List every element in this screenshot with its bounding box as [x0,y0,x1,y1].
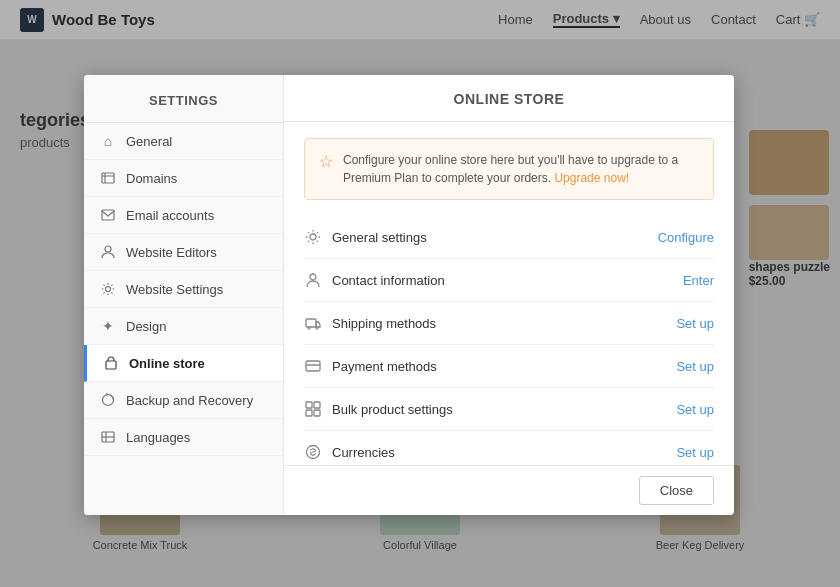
modal-footer: Close [284,465,734,515]
svg-rect-16 [306,361,320,371]
general-icon: ⌂ [100,133,116,149]
contact-icon [304,271,322,289]
sidebar-item-domains[interactable]: Domains [84,160,283,197]
svg-rect-21 [314,410,320,416]
design-icon: ✦ [100,318,116,334]
online-store-icon [103,355,119,371]
svg-point-5 [106,287,111,292]
settings-row-bulk: Bulk product settings Set up [304,388,714,431]
svg-rect-3 [102,210,114,220]
settings-row-left-payment: Payment methods [304,357,437,375]
modal-sidebar: SETTINGS ⌂ General Domains Emai [84,75,284,515]
bulk-action[interactable]: Set up [676,402,714,417]
svg-rect-20 [306,410,312,416]
settings-row-left-contact: Contact information [304,271,445,289]
currencies-icon [304,443,322,461]
website-settings-icon [100,281,116,297]
svg-rect-18 [306,402,312,408]
main-header: ONLINE STORE [284,75,734,122]
settings-row-left-currencies: Currencies [304,443,395,461]
svg-rect-0 [102,173,114,183]
settings-modal: SETTINGS ⌂ General Domains Emai [84,75,734,515]
bulk-label: Bulk product settings [332,402,453,417]
website-editors-icon [100,244,116,260]
star-icon: ☆ [319,152,333,171]
domains-icon [100,170,116,186]
upgrade-link[interactable]: Upgrade now! [554,171,629,185]
banner-text: Configure your online store here but you… [343,151,699,187]
svg-point-14 [308,327,311,330]
sidebar-item-backup[interactable]: Backup and Recovery [84,382,283,419]
close-button[interactable]: Close [639,476,714,505]
sidebar-item-general[interactable]: ⌂ General [84,123,283,160]
payment-icon [304,357,322,375]
svg-point-15 [316,327,319,330]
svg-point-12 [310,274,316,280]
sidebar-label-languages: Languages [126,430,190,445]
sidebar-label-design: Design [126,319,166,334]
sidebar-item-design[interactable]: ✦ Design [84,308,283,345]
svg-point-11 [310,234,316,240]
sidebar-label-domains: Domains [126,171,177,186]
sidebar-label-backup: Backup and Recovery [126,393,253,408]
settings-row-left-shipping: Shipping methods [304,314,436,332]
currencies-action[interactable]: Set up [676,445,714,460]
sidebar-label-online-store: Online store [129,356,205,371]
sidebar-item-email[interactable]: Email accounts [84,197,283,234]
sidebar-item-online-store[interactable]: Online store [84,345,283,382]
svg-point-4 [105,246,111,252]
shipping-label: Shipping methods [332,316,436,331]
payment-label: Payment methods [332,359,437,374]
main-body[interactable]: ☆ Configure your online store here but y… [284,122,734,465]
sidebar-header: SETTINGS [84,75,283,123]
svg-rect-6 [106,361,116,369]
sidebar-item-languages[interactable]: Languages [84,419,283,456]
settings-row-left-bulk: Bulk product settings [304,400,453,418]
upgrade-banner: ☆ Configure your online store here but y… [304,138,714,200]
general-settings-icon [304,228,322,246]
payment-action[interactable]: Set up [676,359,714,374]
svg-rect-19 [314,402,320,408]
shipping-icon [304,314,322,332]
shipping-action[interactable]: Set up [676,316,714,331]
sidebar-label-website-settings: Website Settings [126,282,223,297]
svg-rect-13 [306,319,316,327]
settings-row-general: General settings Configure [304,216,714,259]
sidebar-item-website-settings[interactable]: Website Settings [84,271,283,308]
email-icon [100,207,116,223]
settings-row-contact: Contact information Enter [304,259,714,302]
settings-row-currencies: Currencies Set up [304,431,714,465]
sidebar-label-website-editors: Website Editors [126,245,217,260]
sidebar-label-general: General [126,134,172,149]
general-settings-label: General settings [332,230,427,245]
settings-row-shipping: Shipping methods Set up [304,302,714,345]
contact-label: Contact information [332,273,445,288]
general-settings-action[interactable]: Configure [658,230,714,245]
backup-icon [100,392,116,408]
settings-row-payment: Payment methods Set up [304,345,714,388]
sidebar-label-email: Email accounts [126,208,214,223]
modal-main: ONLINE STORE ☆ Configure your online sto… [284,75,734,515]
languages-icon [100,429,116,445]
settings-row-left-general: General settings [304,228,427,246]
sidebar-item-website-editors[interactable]: Website Editors [84,234,283,271]
bulk-icon [304,400,322,418]
contact-action[interactable]: Enter [683,273,714,288]
currencies-label: Currencies [332,445,395,460]
